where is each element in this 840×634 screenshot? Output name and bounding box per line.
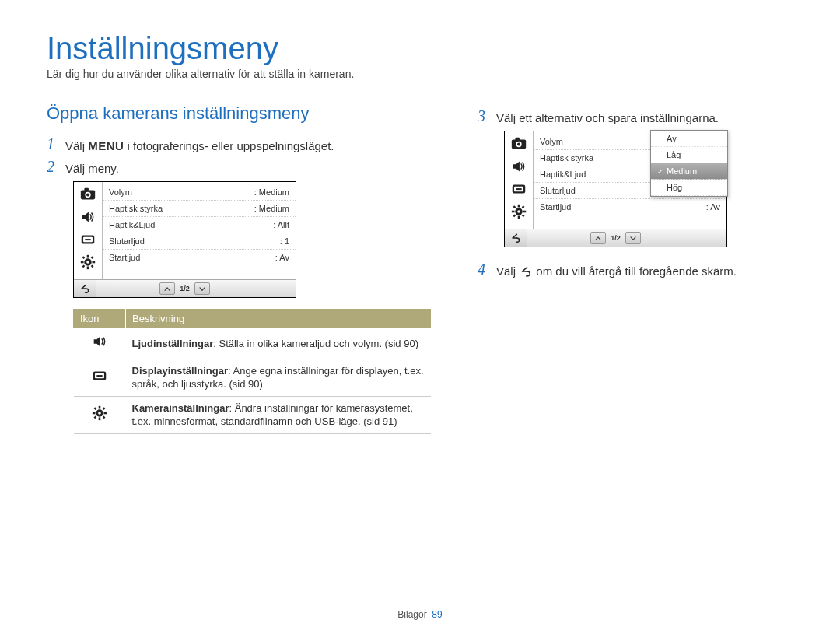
list-item[interactable]: Haptik&Ljud : Allt	[103, 217, 296, 233]
step-number: 4	[478, 261, 490, 277]
step-text: Välj meny.	[65, 159, 119, 177]
gear-icon[interactable]	[79, 254, 96, 271]
camera-icon[interactable]	[79, 186, 96, 203]
screen-nav: 1/2	[74, 279, 296, 297]
icon-description-table: Ikon Beskrivning Ljudinställningar: Stäl…	[73, 309, 431, 434]
page-up-button[interactable]	[159, 282, 175, 295]
display-icon[interactable]	[79, 231, 96, 248]
display-icon	[91, 375, 108, 387]
step-2: 2 Välj meny.	[47, 159, 431, 177]
back-icon	[519, 264, 533, 280]
list-item[interactable]: Slutarljud : 1	[103, 233, 296, 250]
gear-icon[interactable]	[510, 203, 527, 220]
back-button[interactable]	[505, 229, 527, 247]
screen-sidebar	[74, 182, 103, 279]
page-down-button[interactable]	[625, 232, 641, 244]
right-column: 3 Välj ett alternativ och spara inställn…	[478, 103, 793, 434]
page-footer: Bilagor 89	[0, 609, 840, 620]
dropdown-option[interactable]: ✓Av	[651, 131, 727, 147]
list-item[interactable]: Startljud : Av	[534, 199, 726, 215]
check-icon: ✓	[657, 167, 663, 176]
page-title: Inställningsmeny	[47, 31, 793, 66]
camera-icon[interactable]	[510, 135, 527, 152]
dropdown-option[interactable]: ✓Hög	[651, 180, 727, 196]
footer-section: Bilagor	[397, 609, 426, 620]
table-row: Ljudinställningar: Ställa in olika kamer…	[74, 328, 431, 359]
speaker-icon	[91, 341, 108, 352]
page-up-button[interactable]	[590, 232, 606, 244]
table-row: Displayinställningar: Ange egna inställn…	[74, 359, 431, 396]
section-heading: Öppna kamerans inställningsmeny	[47, 103, 431, 124]
left-column: Öppna kamerans inställningsmeny 1 Välj M…	[47, 103, 431, 434]
step-number: 3	[478, 108, 490, 124]
list-item[interactable]: Volym : Medium	[103, 184, 296, 201]
menu-label: MENU	[88, 139, 124, 152]
speaker-icon[interactable]	[510, 158, 527, 175]
table-header-description: Beskrivning	[126, 310, 431, 328]
page-indicator: 1/2	[180, 285, 190, 292]
step-text: Välj ett alternativ och spara inställnin…	[496, 108, 719, 126]
list-item[interactable]: Startljud : Av	[103, 250, 296, 265]
screen-nav: 1/2	[505, 229, 726, 247]
dropdown-option-selected[interactable]: ✓Medium	[651, 163, 727, 180]
step-number: 2	[47, 159, 59, 174]
step-1: 1 Välj MENU i fotograferings- eller upps…	[47, 136, 431, 154]
page-subtitle: Lär dig hur du använder olika alternativ…	[47, 68, 793, 80]
camera-screen-1: Volym : Medium Haptisk styrka : Medium H…	[73, 181, 296, 298]
table-row: Kamerainställningar: Ändra inställningar…	[74, 396, 431, 433]
list-item[interactable]: Haptisk styrka : Medium	[103, 201, 296, 217]
step-4: 4 Välj om du vill återgå till föregående…	[478, 261, 793, 280]
gear-icon	[91, 412, 108, 424]
screen-list: Volym Haptisk styrka Haptik&Ljud Slutarl…	[534, 131, 726, 229]
speaker-icon[interactable]	[79, 208, 96, 226]
page-indicator: 1/2	[611, 234, 621, 242]
step-text: Välj MENU i fotograferings- eller uppspe…	[65, 136, 334, 154]
screen-sidebar	[505, 131, 534, 229]
table-header-icon: Ikon	[74, 310, 126, 328]
screen-list: Volym : Medium Haptisk styrka : Medium H…	[103, 182, 296, 279]
page-down-button[interactable]	[194, 282, 210, 295]
back-button[interactable]	[74, 280, 96, 297]
camera-screen-2: Volym Haptisk styrka Haptik&Ljud Slutarl…	[504, 131, 727, 247]
dropdown-panel: ✓Av ✓Låg ✓Medium ✓Hög	[650, 130, 728, 197]
footer-page-number: 89	[432, 609, 442, 620]
step-number: 1	[47, 136, 59, 152]
step-3: 3 Välj ett alternativ och spara inställn…	[478, 108, 793, 126]
step-text: Välj om du vill återgå till föregående s…	[496, 261, 737, 280]
dropdown-option[interactable]: ✓Låg	[651, 147, 727, 163]
display-icon[interactable]	[510, 180, 527, 198]
